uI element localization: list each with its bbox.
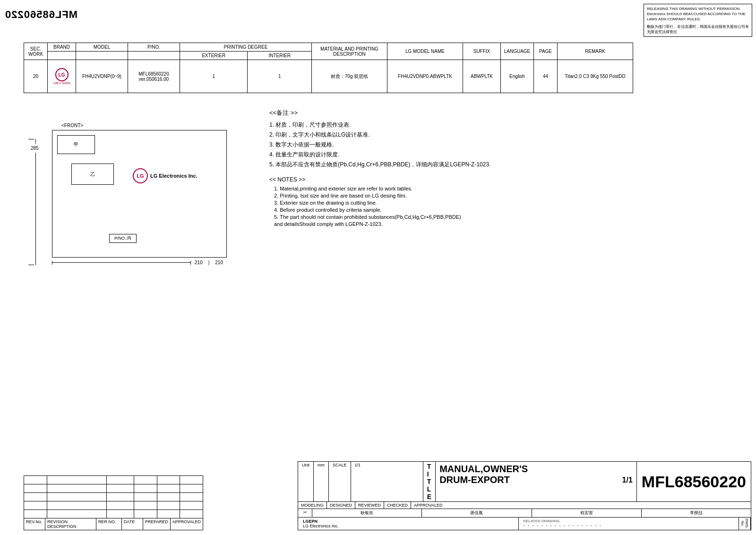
designed-label: DESIGNED	[327, 502, 355, 509]
revision-table-wrap: REV.No. REVISION DESCRIPTION RER.NO. DAT…	[24, 475, 203, 530]
lg-logo: LG	[50, 68, 73, 81]
main-title-line1: MANUAL,OWNER'S	[439, 464, 633, 475]
front-label: <FRONT>	[61, 123, 250, 128]
main-title-line2: DRUM-EXPORT	[439, 475, 510, 485]
row-interier: 1	[248, 60, 312, 93]
col-lg-model: LG MODEL NAME	[387, 43, 463, 60]
revision-footer: REV.No. REVISION DESCRIPTION RER.NO. DAT…	[24, 518, 203, 530]
scissors-icon: ✂	[298, 509, 312, 517]
table-row	[24, 476, 203, 484]
notes-en-item-2: 2. Printing, tsxt size and line are base…	[269, 193, 732, 198]
main-title-page: 1/1	[622, 476, 633, 484]
notes-en-item-5: 5. The part should not contain prohibite…	[269, 214, 732, 220]
table-row	[24, 510, 203, 518]
dim-v-indicator: 285	[31, 139, 39, 265]
rev-date-label: DATE	[122, 518, 143, 530]
notice-box: RELEASING THIS DRAWING WITHOUT PERMISSON…	[644, 4, 752, 37]
lg-center-circle: LG	[133, 168, 148, 183]
title-people-row: ✂ 耿银良 唐佳胤 程宏雷 李揆喆	[298, 509, 751, 518]
diagram-area: <FRONT> 285 甲 乙 LG LG Electronics Inc.	[24, 109, 250, 265]
title-top-row: Unit mm SCALE 1/1 TITLE MANUAL,OWNER'S D…	[298, 461, 751, 502]
col-page: PAGE	[534, 43, 558, 60]
related-drawing-label: RELATED DRAWING	[524, 519, 734, 523]
main-box: 甲 乙 LG LG Electronics Inc. P/NO.:丙	[52, 130, 227, 258]
title-letter: TITLE	[423, 462, 435, 501]
title-company-row: LGEPN LG Electronics Inc. RELATED DRAWIN…	[298, 518, 751, 530]
pno-label: P/NO.:丙	[109, 234, 137, 243]
reviewed-label: REVIEWED	[355, 502, 384, 509]
scale-label: SCALE	[329, 462, 351, 501]
checker-name: 程宏雷	[532, 509, 642, 517]
notes-cn-item-1: 1. 材质，印刷，尺寸参照作业表.	[269, 121, 732, 129]
unit-label: Unit	[298, 462, 314, 501]
col-brand-blank	[48, 52, 76, 60]
inner-box-top: 甲	[57, 135, 95, 154]
notes-en-list: 1. Material,printing and exterier size a…	[269, 186, 732, 227]
lg-tagline: Life's Good	[50, 81, 73, 85]
row-lg-model: FH4U2VDNP0.ABWPLTK	[387, 60, 463, 93]
table-row	[24, 501, 203, 510]
notes-cn: <<备注 >> 1. 材质，印刷，尺寸参照作业表. 2. 印刷，文字大小和线条以…	[269, 109, 732, 169]
dim-left-width: 210	[191, 260, 206, 265]
row-language: English	[501, 60, 534, 93]
row-page: 44	[534, 60, 558, 93]
col-interier: INTERIER	[248, 52, 312, 60]
col-printing: PRINTING DEGREE	[180, 43, 312, 52]
company-full: LG Electronics Inc.	[303, 524, 514, 528]
notes-en-title: << NOTES >>	[269, 176, 732, 183]
col-pno-blank	[128, 52, 180, 60]
notes-en-item-6: and detailsShould comply with LGEPN-Z-10…	[269, 221, 732, 227]
watermark-text: MFL68560220	[5, 9, 77, 21]
notes-cn-item-4: 4. 批量生产前取的设计限度.	[269, 151, 732, 159]
dwg-no-label: DWG.No.	[739, 518, 751, 530]
notes-en-item-3: 3. Exterier size on the drawing is cutti…	[269, 200, 732, 206]
row-suffix: ABWPLTK	[463, 60, 501, 93]
related-drawing-value: - - - - - - - - - - - - - - - - - -	[524, 523, 734, 528]
checked-label: CHECKED	[384, 502, 411, 509]
rev-approvaled-label: APPROVALED	[171, 518, 203, 530]
col-material: MATERIAL AND PRINTING DESCRIPTION	[312, 43, 387, 60]
row-model: FH4U2VDNP(0~9)	[76, 60, 128, 93]
company-name: LGEPN	[303, 519, 514, 524]
modeling-label: MODELING	[298, 502, 327, 509]
col-remark: REMARK	[558, 43, 633, 60]
row-material: 材质：70g 双层纸	[312, 60, 387, 93]
related-drawing-block: RELATED DRAWING - - - - - - - - - - - - …	[519, 518, 739, 530]
designer-name: 耿银良	[312, 509, 422, 517]
header-table-wrap: SEC.WORK BRAND MODEL P/NO. PRINTING DEGR…	[24, 43, 633, 93]
drawing-box: <FRONT> 285 甲 乙 LG LG Electronics Inc.	[52, 123, 250, 265]
inner-box-mid: 乙	[71, 164, 114, 185]
col-model: MODEL	[76, 43, 128, 52]
rev-prepared-label: PREPARED	[143, 518, 171, 530]
title-block: Unit mm SCALE 1/1 TITLE MANUAL,OWNER'S D…	[298, 461, 751, 530]
notes-cn-item-5: 5. 本部品不应含有禁止物质(Pb,Cd,Hg,Cr+6,PBB,PBDE)，详…	[269, 161, 732, 169]
notes-en-item-4: 4. Before product controlled by criteria…	[269, 207, 732, 213]
col-language: LANGUAGE	[501, 43, 534, 60]
notes-cn-item-3: 3. 数字大小依据一般规格.	[269, 141, 732, 149]
row-pno: MFL68560220 ver.050616.00	[128, 60, 180, 93]
notes-area: <<备注 >> 1. 材质，印刷，尺寸参照作业表. 2. 印刷，文字大小和线条以…	[269, 109, 732, 228]
main-content: <FRONT> 285 甲 乙 LG LG Electronics Inc.	[24, 109, 732, 459]
notes-en: << NOTES >> 1. Material,printing and ext…	[269, 176, 732, 227]
rev-desc-label: REVISION DESCRIPTION	[45, 518, 96, 530]
dim-bottom-tick	[28, 265, 34, 265]
notes-cn-item-2: 2. 印刷，文字大小和线条以LG设计基准.	[269, 131, 732, 139]
rev-no-label: REV.No.	[24, 518, 45, 530]
company-block: LGEPN LG Electronics Inc.	[298, 518, 519, 530]
table-row	[24, 493, 203, 501]
lg-center-text: LG Electronics Inc.	[150, 173, 198, 179]
col-suffix: SUFFIX	[463, 43, 501, 60]
rev-rerno-label: RER.NO.	[96, 518, 122, 530]
dim-right-width: 210	[211, 260, 227, 265]
table-row	[24, 484, 203, 493]
notice-cn: 翻版为侵门罪行。非法流通时，韩国乐金信报有关股份公司有无限追究法律责任	[647, 24, 749, 35]
document-number-big: MFL68560220	[642, 473, 746, 491]
dim-h-line: 210 | 210	[52, 260, 227, 265]
row-remark: Titan2.0 C3 9Kg 550 PostDD	[558, 60, 633, 93]
row-sec: 20	[24, 60, 48, 93]
dim-top-tick	[28, 139, 34, 139]
scale-value: 1/1	[351, 462, 423, 501]
notice-en: RELEASING THIS DRAWING WITHOUT PERMISSON…	[647, 6, 749, 22]
row-exterior: 1	[180, 60, 248, 93]
notes-cn-list: 1. 材质，印刷，尺寸参照作业表. 2. 印刷，文字大小和线条以LG设计基准. …	[269, 121, 732, 169]
